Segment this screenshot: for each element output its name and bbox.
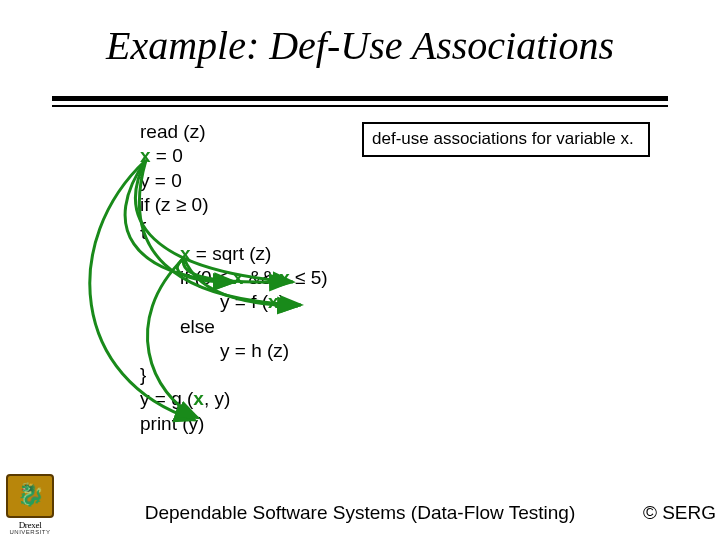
- var-x: x: [193, 388, 204, 409]
- code-line: x = sqrt (z): [140, 242, 328, 266]
- def-use-arrows: [0, 0, 720, 540]
- title-rule-thin: [52, 105, 668, 107]
- var-x: x: [180, 243, 191, 264]
- code-line: y = 0: [140, 169, 328, 193]
- var-x: x: [279, 267, 290, 288]
- slide-title: Example: Def-Use Associations: [0, 22, 720, 69]
- code-line: print (y): [140, 412, 328, 436]
- code-line: y = f (x): [140, 290, 328, 314]
- code-line: else: [140, 315, 328, 339]
- code-line: y = h (z): [140, 339, 328, 363]
- code-line: }: [140, 363, 328, 387]
- code-line: {: [140, 217, 328, 241]
- var-x: x: [233, 267, 244, 288]
- code-block: read (z) x = 0 y = 0 if (z ≥ 0) { x = sq…: [140, 120, 328, 436]
- footer-copyright: © SERG: [643, 502, 716, 524]
- code-line: if (0 ≤ x && x ≤ 5): [140, 266, 328, 290]
- title-rule-thick: [52, 96, 668, 101]
- var-x: x: [268, 291, 279, 312]
- var-x: x: [140, 145, 151, 166]
- code-line: if (z ≥ 0): [140, 193, 328, 217]
- footer-title: Dependable Software Systems (Data-Flow T…: [0, 502, 720, 524]
- annotation-box: def-use associations for variable x.: [362, 122, 650, 157]
- code-line: x = 0: [140, 144, 328, 168]
- logo-sub: UNIVERSITY: [4, 529, 56, 535]
- code-line: read (z): [140, 120, 328, 144]
- code-line: y = g (x, y): [140, 387, 328, 411]
